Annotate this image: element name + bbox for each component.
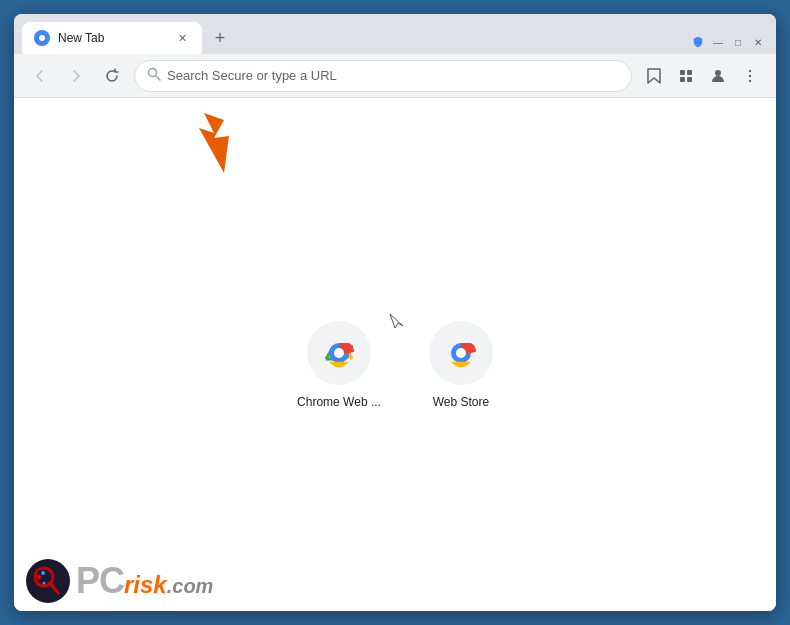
close-button[interactable]: ✕ bbox=[752, 36, 764, 48]
shortcut-item-web-store[interactable]: Web Store bbox=[429, 321, 493, 409]
svg-point-18 bbox=[456, 348, 466, 358]
extensions-icon[interactable] bbox=[672, 62, 700, 90]
bookmark-icon[interactable] bbox=[640, 62, 668, 90]
svg-marker-4 bbox=[648, 69, 660, 83]
svg-point-10 bbox=[749, 69, 751, 71]
svg-point-2 bbox=[149, 69, 157, 77]
svg-point-1 bbox=[39, 35, 45, 41]
window-controls: — □ ✕ bbox=[692, 36, 768, 48]
nav-actions bbox=[640, 62, 764, 90]
svg-point-11 bbox=[749, 74, 751, 76]
shortcut-item[interactable]: Chrome Web ... bbox=[297, 321, 381, 409]
watermark-tld: .com bbox=[167, 575, 214, 598]
forward-button[interactable] bbox=[62, 62, 90, 90]
tab-close-button[interactable]: ✕ bbox=[174, 30, 190, 46]
svg-point-22 bbox=[41, 571, 45, 575]
tab-title: New Tab bbox=[58, 31, 166, 45]
shortcuts-container: Chrome Web ... Web Store bbox=[297, 321, 493, 409]
svg-point-9 bbox=[715, 70, 721, 76]
svg-line-3 bbox=[156, 76, 160, 80]
address-text: Search Secure or type a URL bbox=[167, 68, 619, 83]
active-tab[interactable]: New Tab ✕ bbox=[22, 22, 202, 54]
title-bar: New Tab ✕ + — □ ✕ bbox=[14, 14, 776, 54]
back-button[interactable] bbox=[26, 62, 54, 90]
svg-rect-8 bbox=[687, 77, 692, 82]
svg-point-16 bbox=[334, 348, 344, 358]
shortcut-label-web-store: Web Store bbox=[433, 395, 489, 409]
shortcut-label-chrome-web: Chrome Web ... bbox=[297, 395, 381, 409]
reload-button[interactable] bbox=[98, 62, 126, 90]
watermark: PC risk .com bbox=[14, 551, 225, 611]
maximize-button[interactable]: □ bbox=[732, 36, 744, 48]
svg-rect-7 bbox=[680, 77, 685, 82]
watermark-suffix: risk bbox=[124, 571, 167, 599]
new-tab-button[interactable]: + bbox=[206, 24, 234, 52]
content-area: Chrome Web ... Web Store bbox=[14, 98, 776, 611]
tab-favicon bbox=[34, 30, 50, 46]
svg-rect-5 bbox=[680, 70, 685, 75]
svg-point-19 bbox=[26, 559, 70, 603]
svg-point-25 bbox=[43, 582, 46, 585]
svg-rect-6 bbox=[687, 70, 692, 75]
shortcut-icon-web-store bbox=[429, 321, 493, 385]
minimize-button[interactable]: — bbox=[712, 36, 724, 48]
address-bar[interactable]: Search Secure or type a URL bbox=[134, 60, 632, 92]
shortcut-icon-chrome-web bbox=[307, 321, 371, 385]
search-icon bbox=[147, 67, 161, 84]
browser-window: New Tab ✕ + — □ ✕ bbox=[14, 14, 776, 611]
menu-icon[interactable] bbox=[736, 62, 764, 90]
svg-point-24 bbox=[37, 575, 41, 579]
watermark-brand: PC bbox=[76, 560, 124, 602]
profile-icon[interactable] bbox=[704, 62, 732, 90]
nav-bar: Search Secure or type a URL bbox=[14, 54, 776, 98]
svg-point-12 bbox=[749, 79, 751, 81]
shield-icon bbox=[692, 36, 704, 48]
